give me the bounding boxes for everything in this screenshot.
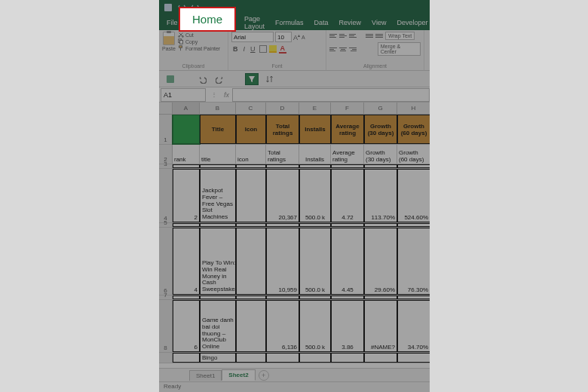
cell[interactable]: Icon: [236, 115, 266, 144]
row-header[interactable]: 8: [159, 300, 173, 352]
align-middle-icon[interactable]: [339, 33, 347, 39]
col-header-E[interactable]: E: [299, 103, 331, 114]
formula-bar[interactable]: [232, 88, 430, 102]
row-header[interactable]: 3: [159, 164, 173, 168]
row-header[interactable]: [159, 353, 173, 363]
cell[interactable]: Average rating: [331, 145, 364, 164]
sort-icon[interactable]: [263, 73, 277, 85]
cell[interactable]: 10,959: [266, 228, 299, 295]
merge-center-button[interactable]: Merge & Center: [378, 42, 421, 56]
spreadsheet-grid[interactable]: A B C D E F G H 1 Title Icon Total ratin…: [159, 103, 430, 368]
col-header-A[interactable]: A: [173, 103, 200, 114]
row-header[interactable]: 5: [159, 223, 173, 227]
col-header-H[interactable]: H: [397, 103, 430, 114]
col-header-B[interactable]: B: [200, 103, 236, 114]
cell[interactable]: Growth (60 days): [397, 145, 430, 164]
align-top-icon[interactable]: [329, 33, 337, 39]
col-header-C[interactable]: C: [236, 103, 266, 114]
sheet-tab[interactable]: Sheet1: [189, 370, 222, 381]
cell[interactable]: 20,367: [266, 169, 299, 222]
cell[interactable]: [236, 169, 266, 222]
tab-data[interactable]: Data: [310, 17, 333, 29]
cell[interactable]: 500.0 k: [299, 300, 331, 352]
format-painter-button[interactable]: Format Painter: [178, 45, 220, 51]
tab-review[interactable]: Review: [335, 17, 366, 29]
col-header-G[interactable]: G: [364, 103, 397, 114]
paste-button[interactable]: Paste: [162, 32, 176, 51]
cell[interactable]: Jackpot Fever – Free Vegas Slot Machines: [200, 169, 236, 222]
cell[interactable]: rank: [173, 145, 200, 164]
fx-icon[interactable]: fx: [221, 91, 232, 99]
cell[interactable]: #NAME?: [364, 300, 397, 352]
name-box[interactable]: [161, 88, 206, 102]
cell[interactable]: 2: [173, 169, 200, 222]
cell[interactable]: Installs: [299, 115, 331, 144]
font-color-button[interactable]: A: [279, 44, 287, 54]
row-header[interactable]: 1: [159, 115, 173, 144]
cell[interactable]: Growth (30 days): [364, 145, 397, 164]
cell[interactable]: Growth (30 days): [364, 115, 397, 144]
cell[interactable]: 500.0 k: [299, 169, 331, 222]
borders-button[interactable]: [259, 45, 267, 53]
align-right-icon[interactable]: [349, 46, 357, 52]
cell[interactable]: Total ratings: [266, 145, 299, 164]
tab-developer[interactable]: Developer: [392, 17, 432, 29]
row-header[interactable]: 7: [159, 296, 173, 299]
copy-button[interactable]: Copy: [178, 38, 220, 44]
italic-button[interactable]: I: [242, 45, 247, 53]
col-header-F[interactable]: F: [331, 103, 364, 114]
increase-indent-icon[interactable]: [375, 33, 383, 39]
save-icon[interactable]: [164, 73, 177, 85]
bold-button[interactable]: B: [231, 45, 240, 53]
cell[interactable]: [236, 300, 266, 352]
save-icon[interactable]: [164, 3, 173, 12]
cell[interactable]: 29.60%: [364, 228, 397, 295]
fill-color-button[interactable]: [269, 45, 277, 53]
sheet-tab-active[interactable]: Sheet2: [222, 369, 255, 381]
cell[interactable]: 6,136: [266, 300, 299, 352]
increase-font-icon[interactable]: A▴: [293, 32, 300, 41]
font-size-select[interactable]: [275, 32, 292, 42]
cell[interactable]: Growth (60 days): [397, 115, 430, 144]
underline-button[interactable]: U: [249, 45, 257, 53]
cell[interactable]: Game danh bai doi thuong – MonClub Onlin…: [200, 300, 236, 352]
cell[interactable]: Title: [200, 115, 236, 144]
cell[interactable]: 76.30%: [397, 228, 430, 295]
cell[interactable]: 4.72: [331, 169, 364, 222]
filter-icon[interactable]: [245, 73, 259, 85]
new-sheet-button[interactable]: +: [259, 370, 269, 381]
cell[interactable]: title: [200, 145, 236, 164]
row-header[interactable]: 4: [159, 169, 173, 222]
cell[interactable]: 6: [173, 300, 200, 352]
tab-view[interactable]: View: [367, 17, 390, 29]
decrease-indent-icon[interactable]: [366, 33, 373, 39]
cut-button[interactable]: Cut: [178, 32, 220, 38]
decrease-font-icon[interactable]: A: [302, 35, 305, 40]
undo-icon[interactable]: [195, 73, 209, 85]
align-bottom-icon[interactable]: [349, 33, 357, 39]
col-header-D[interactable]: D: [266, 103, 299, 114]
wrap-text-button[interactable]: Wrap Text: [385, 32, 415, 40]
cell[interactable]: 3.86: [331, 300, 364, 352]
select-all-corner[interactable]: [159, 103, 173, 114]
align-center-icon[interactable]: [339, 46, 347, 52]
cell[interactable]: Average rating: [331, 115, 364, 144]
cell[interactable]: Installs: [299, 145, 331, 164]
font-name-select[interactable]: [231, 32, 274, 42]
cell[interactable]: icon: [236, 145, 266, 164]
cell[interactable]: Total ratings: [266, 115, 299, 144]
tab-formulas[interactable]: Formulas: [271, 17, 308, 29]
cell[interactable]: Bingo: [200, 353, 236, 363]
align-left-icon[interactable]: [329, 46, 337, 52]
cell-A1[interactable]: [173, 115, 200, 144]
cell[interactable]: 4: [173, 228, 200, 295]
cell[interactable]: [236, 228, 266, 295]
redo-icon[interactable]: [213, 73, 227, 85]
cell[interactable]: 113.70%: [364, 169, 397, 222]
cell[interactable]: 500.0 k: [299, 228, 331, 295]
row-header[interactable]: 6: [159, 228, 173, 295]
cell[interactable]: 4.45: [331, 228, 364, 295]
cell[interactable]: Play To Win: Win Real Money in Cash Swee…: [200, 228, 236, 295]
cell[interactable]: 524.60%: [397, 169, 430, 222]
cell[interactable]: 34.70%: [397, 300, 430, 352]
